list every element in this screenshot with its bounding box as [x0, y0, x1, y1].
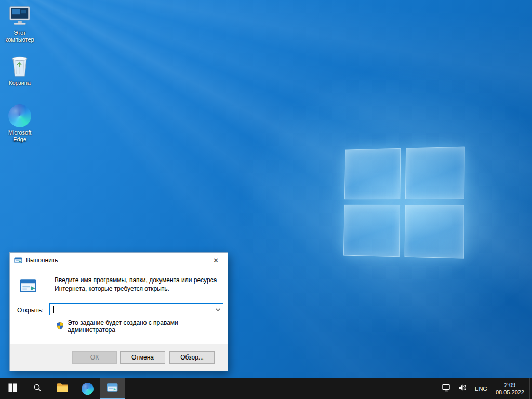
- windows-start-icon: [8, 383, 17, 394]
- admin-note-row: Это задание будет создано с правами адми…: [56, 319, 228, 334]
- desktop-icon-recycle-bin[interactable]: Корзина: [1, 54, 38, 86]
- file-explorer-icon: [57, 383, 69, 395]
- taskbar-clock[interactable]: 2:09 08.05.2022: [492, 378, 529, 399]
- volume-icon: [458, 384, 467, 393]
- desktop-icon-this-pc[interactable]: Этот компьютер: [1, 4, 38, 43]
- ok-button[interactable]: ОК: [72, 351, 117, 364]
- windows-logo-pane: [405, 205, 464, 259]
- run-dialog-title: Выполнить: [26, 257, 58, 264]
- clock-date: 08.05.2022: [496, 389, 524, 396]
- windows-logo-pane: [405, 147, 465, 200]
- run-icon: [107, 382, 118, 395]
- this-pc-icon: [8, 4, 32, 28]
- windows-desktop-screen: Этот компьютер Корзина Microsoft Edge: [0, 0, 532, 399]
- run-dialog-titlebar[interactable]: Выполнить ✕: [10, 253, 228, 268]
- windows-logo-pane: [344, 148, 401, 200]
- taskbar-edge-button[interactable]: [75, 378, 100, 399]
- uac-shield-icon: [56, 322, 64, 331]
- run-icon: [19, 277, 37, 295]
- browse-button[interactable]: Обзор...: [169, 351, 215, 364]
- desktop-icon-label: Корзина: [9, 79, 31, 86]
- desktop-icon-label: Microsoft Edge: [2, 129, 38, 143]
- windows-logo-pane: [343, 205, 400, 257]
- recycle-bin-icon: [8, 54, 32, 78]
- open-combobox: [49, 303, 223, 315]
- language-indicator[interactable]: ENG: [470, 378, 492, 399]
- taskbar-search-button[interactable]: [25, 378, 50, 399]
- search-icon: [33, 383, 42, 394]
- volume-tray-button[interactable]: [455, 378, 470, 399]
- chevron-down-icon[interactable]: [212, 304, 223, 315]
- microsoft-edge-icon: [82, 383, 94, 395]
- system-tray: ENG 2:09 08.05.2022: [438, 378, 532, 399]
- taskbar-file-explorer-button[interactable]: [50, 378, 75, 399]
- desktop-icon-microsoft-edge[interactable]: Microsoft Edge: [1, 104, 38, 143]
- taskbar-run-dialog-button[interactable]: [100, 378, 125, 399]
- open-field-label: Открыть:: [17, 307, 43, 314]
- close-icon[interactable]: ✕: [204, 253, 228, 268]
- dialog-button-strip: ОК Отмена Обзор...: [10, 344, 228, 371]
- run-dialog-title-icon: [14, 256, 22, 264]
- cancel-button[interactable]: Отмена: [120, 351, 165, 364]
- run-dialog-window: Выполнить ✕ Введите имя программы, папки…: [9, 252, 228, 371]
- network-tray-button[interactable]: [438, 378, 455, 399]
- microsoft-edge-icon: [8, 104, 32, 128]
- show-desktop-button[interactable]: [529, 378, 532, 399]
- open-input[interactable]: [50, 304, 212, 315]
- network-icon: [442, 384, 451, 394]
- start-button[interactable]: [0, 378, 25, 399]
- windows-logo-wallpaper: [343, 147, 465, 259]
- text-caret: [53, 306, 54, 313]
- desktop-icon-label: Этот компьютер: [2, 30, 38, 43]
- admin-note-text: Это задание будет создано с правами адми…: [68, 319, 228, 334]
- run-dialog-description: Введите имя программы, папки, документа …: [55, 276, 227, 294]
- clock-time: 2:09: [504, 381, 515, 389]
- taskbar: ENG 2:09 08.05.2022: [0, 378, 532, 399]
